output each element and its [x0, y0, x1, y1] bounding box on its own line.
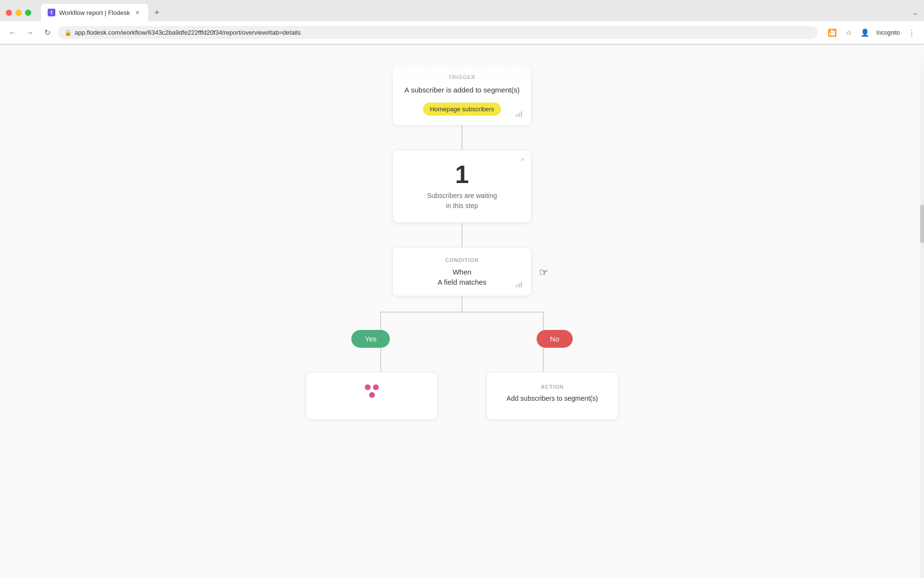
svg-rect-1 — [518, 113, 520, 117]
workflow-canvas: TRIGGER A subscriber is added to segment… — [0, 64, 924, 420]
minimize-window-button[interactable] — [15, 10, 22, 16]
connector-line-2 — [462, 223, 462, 247]
title-bar: f Workflow report | Flodesk ✕ + ⌄ — [0, 0, 924, 21]
tab-title: Workflow report | Flodesk — [59, 9, 130, 16]
segment-dots-icon — [365, 384, 379, 398]
connector-line-1 — [462, 126, 462, 140]
branch-bottom-lines-container — [294, 348, 630, 372]
tab-favicon: f — [48, 9, 55, 16]
maximize-window-button[interactable] — [25, 10, 31, 16]
bottom-cards-row: ACTION Add subscribers to segment(s) — [286, 372, 638, 420]
browser-actions: 🎦 ☆ 👤 Incognito ⋮ — [825, 26, 918, 39]
svg-rect-0 — [516, 114, 517, 117]
scrollbar-thumb[interactable] — [920, 205, 924, 243]
branch-right-bottom-line — [543, 348, 544, 372]
branch-center-line — [462, 296, 462, 312]
url-bar[interactable]: 🔒 app.flodesk.com/workflow/6343c2ba9dfe2… — [58, 26, 818, 39]
connector-segment-1 — [462, 140, 462, 150]
segment-card — [306, 372, 438, 420]
condition-when: When — [404, 268, 520, 276]
dot-top-left — [365, 384, 371, 390]
condition-field: A field matches — [404, 278, 520, 286]
no-branch-button[interactable]: No — [537, 330, 573, 348]
branch-left-bottom-line — [380, 348, 381, 372]
close-window-button[interactable] — [6, 10, 12, 16]
address-bar: ← → ↻ 🔒 app.flodesk.com/workflow/6343c2b… — [0, 21, 924, 44]
svg-rect-5 — [521, 282, 522, 288]
branch-horizontal-line — [380, 312, 544, 313]
dot-bottom — [369, 392, 375, 398]
segment-badge[interactable]: Homepage subscribers — [423, 103, 501, 116]
lock-icon: 🔒 — [64, 29, 72, 36]
active-tab[interactable]: f Workflow report | Flodesk ✕ — [41, 4, 148, 21]
url-text: app.flodesk.com/workflow/6343c2ba9dfe222… — [75, 29, 301, 36]
browser-chrome: f Workflow report | Flodesk ✕ + ⌄ ← → ↻ … — [0, 0, 924, 45]
action-label: ACTION — [541, 384, 564, 390]
condition-label: CONDITION — [404, 257, 520, 263]
condition-card: CONDITION When A field matches — [392, 247, 532, 296]
page-content: TRIGGER A subscriber is added to segment… — [0, 45, 924, 578]
wait-label: Subscribers are waiting in this step — [404, 191, 520, 211]
condition-stats-icon — [516, 281, 524, 289]
branch-buttons: Yes No — [294, 330, 630, 348]
incognito-label: Incognito — [874, 26, 902, 39]
scrollbar-track — [920, 45, 924, 578]
svg-rect-2 — [521, 111, 522, 117]
branch-left-line — [380, 312, 381, 330]
refresh-button[interactable]: ↻ — [40, 26, 54, 39]
new-tab-button[interactable]: + — [150, 6, 164, 19]
more-menu-button[interactable]: ⋮ — [905, 26, 918, 39]
back-button[interactable]: ← — [6, 26, 19, 39]
tab-close-button[interactable]: ✕ — [134, 9, 141, 16]
tab-bar: f Workflow report | Flodesk ✕ + — [41, 4, 164, 21]
svg-rect-3 — [516, 285, 517, 288]
action-description: Add subscribers to segment(s) — [507, 394, 598, 402]
trigger-card: TRIGGER A subscriber is added to segment… — [392, 64, 532, 126]
dot-top-right — [373, 384, 379, 390]
wait-label-line1: Subscribers are waiting — [427, 192, 497, 199]
wait-label-line2: in this step — [446, 202, 478, 210]
action-card: ACTION Add subscribers to segment(s) — [486, 372, 618, 420]
yes-branch-button[interactable]: Yes — [351, 330, 390, 348]
branch-section: Yes No — [0, 296, 924, 420]
trigger-description: A subscriber is added to segment(s) — [404, 85, 520, 96]
trigger-label: TRIGGER — [404, 74, 520, 80]
window-controls — [6, 10, 31, 16]
branch-fork-container — [294, 296, 630, 330]
wait-count: 1 — [404, 162, 520, 187]
forward-button[interactable]: → — [23, 26, 37, 39]
wait-card: × 1 Subscribers are waiting in this step — [392, 150, 532, 223]
chevron-down-icon: ⌄ — [912, 9, 918, 16]
branch-right-line — [543, 312, 544, 330]
svg-rect-4 — [518, 283, 520, 288]
profile-icon[interactable]: 👤 — [858, 26, 872, 39]
bookmark-icon[interactable]: ☆ — [842, 26, 855, 39]
camera-off-icon: 🎦 — [825, 26, 839, 39]
close-wait-card-button[interactable]: × — [521, 156, 525, 163]
cursor-hand: ☞ — [539, 266, 549, 279]
stats-icon — [516, 110, 524, 118]
